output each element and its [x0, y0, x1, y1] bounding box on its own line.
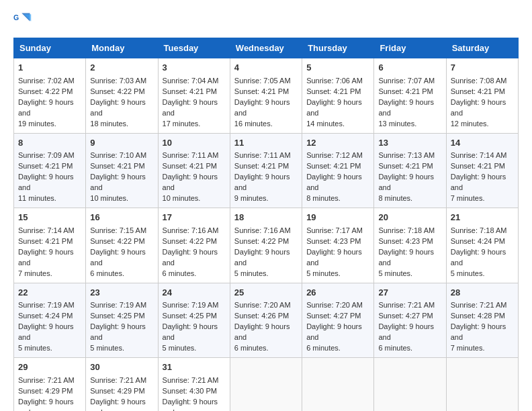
sunrise-label: Sunrise: 7:17 AM	[306, 226, 363, 234]
logo-icon: G	[13, 11, 32, 30]
sunrise-label: Sunrise: 7:20 AM	[306, 301, 363, 309]
day-number: 10	[163, 137, 226, 150]
sunrise-label: Sunrise: 7:13 AM	[378, 151, 435, 159]
daylight-label: Daylight: 9 hours and18 minutes.	[90, 98, 146, 128]
sunrise-label: Sunrise: 7:19 AM	[18, 301, 75, 309]
calendar-cell: 8 Sunrise: 7:09 AM Sunset: 4:21 PM Dayli…	[14, 133, 86, 208]
calendar-cell: 2 Sunrise: 7:03 AM Sunset: 4:22 PM Dayli…	[86, 58, 158, 134]
day-number: 11	[234, 137, 298, 150]
day-number: 28	[451, 287, 514, 300]
calendar-cell: 9 Sunrise: 7:10 AM Sunset: 4:21 PM Dayli…	[86, 133, 158, 208]
sunrise-label: Sunrise: 7:16 AM	[234, 226, 291, 234]
sunset-label: Sunset: 4:25 PM	[163, 312, 217, 320]
sunrise-label: Sunrise: 7:21 AM	[451, 301, 507, 309]
sunrise-label: Sunrise: 7:19 AM	[90, 301, 146, 309]
sunset-label: Sunset: 4:22 PM	[90, 87, 144, 95]
sunrise-label: Sunrise: 7:14 AM	[451, 151, 507, 159]
sunset-label: Sunset: 4:22 PM	[90, 237, 144, 245]
daylight-label: Daylight: 9 hours and5 minutes.	[378, 248, 434, 277]
calendar-cell: 6 Sunrise: 7:07 AM Sunset: 4:21 PM Dayli…	[374, 58, 446, 134]
sunset-label: Sunset: 4:21 PM	[90, 162, 144, 170]
sunrise-label: Sunrise: 7:10 AM	[90, 151, 146, 159]
daylight-label: Daylight: 9 hours and7 minutes.	[18, 398, 74, 411]
daylight-label: Daylight: 9 hours and9 minutes.	[234, 173, 290, 202]
daylight-label: Daylight: 9 hours and8 minutes.	[378, 173, 434, 202]
calendar-cell: 13 Sunrise: 7:13 AM Sunset: 4:21 PM Dayl…	[374, 133, 446, 208]
calendar-cell: 1 Sunrise: 7:02 AM Sunset: 4:22 PM Dayli…	[14, 58, 86, 134]
calendar-cell: 3 Sunrise: 7:04 AM Sunset: 4:21 PM Dayli…	[158, 58, 230, 134]
daylight-label: Daylight: 9 hours and5 minutes.	[90, 322, 146, 352]
calendar-cell: 29 Sunrise: 7:21 AM Sunset: 4:29 PM Dayl…	[14, 358, 86, 411]
calendar-cell: 27 Sunrise: 7:21 AM Sunset: 4:27 PM Dayl…	[374, 283, 446, 358]
daylight-label: Daylight: 9 hours and7 minutes.	[18, 248, 74, 277]
calendar-cell: 26 Sunrise: 7:20 AM Sunset: 4:27 PM Dayl…	[302, 283, 374, 358]
day-number: 25	[234, 287, 298, 300]
day-number: 4	[234, 62, 298, 75]
calendar-cell: 14 Sunrise: 7:14 AM Sunset: 4:21 PM Dayl…	[446, 133, 518, 208]
sunrise-label: Sunrise: 7:14 AM	[18, 226, 75, 234]
daylight-label: Daylight: 9 hours and10 minutes.	[163, 173, 218, 202]
calendar-week-row: 15 Sunrise: 7:14 AM Sunset: 4:21 PM Dayl…	[14, 208, 519, 283]
sunset-label: Sunset: 4:21 PM	[378, 87, 433, 95]
daylight-label: Daylight: 9 hours and14 minutes.	[306, 98, 362, 128]
calendar-cell: 11 Sunrise: 7:11 AM Sunset: 4:21 PM Dayl…	[230, 133, 302, 208]
day-number: 12	[306, 137, 369, 150]
calendar-cell: 5 Sunrise: 7:06 AM Sunset: 4:21 PM Dayli…	[302, 58, 374, 134]
daylight-label: Daylight: 9 hours and5 minutes.	[18, 322, 74, 352]
day-number: 3	[163, 62, 226, 75]
daylight-label: Daylight: 9 hours and19 minutes.	[18, 98, 74, 128]
day-of-week-header: Saturday	[446, 38, 518, 58]
daylight-label: Daylight: 9 hours and7 minutes.	[451, 173, 506, 202]
day-number: 7	[451, 62, 514, 75]
day-number: 22	[18, 287, 81, 300]
sunset-label: Sunset: 4:28 PM	[451, 312, 505, 320]
daylight-label: Daylight: 9 hours and17 minutes.	[163, 98, 218, 128]
calendar-cell: 21 Sunrise: 7:18 AM Sunset: 4:24 PM Dayl…	[446, 208, 518, 283]
sunrise-label: Sunrise: 7:16 AM	[163, 226, 219, 234]
sunrise-label: Sunrise: 7:21 AM	[18, 376, 75, 384]
day-of-week-header: Monday	[86, 38, 158, 58]
sunset-label: Sunset: 4:25 PM	[90, 312, 144, 320]
sunset-label: Sunset: 4:29 PM	[90, 387, 144, 395]
calendar-cell: 23 Sunrise: 7:19 AM Sunset: 4:25 PM Dayl…	[86, 283, 158, 358]
sunrise-label: Sunrise: 7:03 AM	[90, 77, 146, 85]
day-number: 6	[378, 62, 441, 75]
daylight-label: Daylight: 9 hours and6 minutes.	[378, 322, 434, 352]
day-number: 26	[306, 287, 369, 300]
calendar-cell: 24 Sunrise: 7:19 AM Sunset: 4:25 PM Dayl…	[158, 283, 230, 358]
sunrise-label: Sunrise: 7:09 AM	[18, 151, 75, 159]
sunset-label: Sunset: 4:27 PM	[378, 312, 433, 320]
daylight-label: Daylight: 9 hours and8 minutes.	[306, 173, 362, 202]
calendar-cell: 18 Sunrise: 7:16 AM Sunset: 4:22 PM Dayl…	[230, 208, 302, 283]
day-number: 15	[18, 212, 81, 224]
day-number: 29	[18, 361, 81, 374]
daylight-label: Daylight: 9 hours and10 minutes.	[90, 173, 146, 202]
sunset-label: Sunset: 4:21 PM	[234, 87, 289, 95]
daylight-label: Daylight: 9 hours and5 minutes.	[163, 322, 218, 352]
calendar-cell: 30 Sunrise: 7:21 AM Sunset: 4:29 PM Dayl…	[86, 358, 158, 411]
sunset-label: Sunset: 4:26 PM	[234, 312, 289, 320]
calendar-table: SundayMondayTuesdayWednesdayThursdayFrid…	[13, 38, 519, 411]
sunrise-label: Sunrise: 7:21 AM	[378, 301, 435, 309]
calendar-header-row: SundayMondayTuesdayWednesdayThursdayFrid…	[14, 38, 519, 58]
sunset-label: Sunset: 4:21 PM	[18, 162, 73, 170]
sunset-label: Sunset: 4:21 PM	[306, 162, 361, 170]
calendar-cell: 28 Sunrise: 7:21 AM Sunset: 4:28 PM Dayl…	[446, 283, 518, 358]
page-header: G	[13, 11, 519, 30]
daylight-label: Daylight: 9 hours and7 minutes.	[451, 322, 506, 352]
day-number: 24	[163, 287, 226, 300]
day-number: 13	[378, 137, 441, 150]
calendar-cell: 25 Sunrise: 7:20 AM Sunset: 4:26 PM Dayl…	[230, 283, 302, 358]
sunset-label: Sunset: 4:30 PM	[163, 387, 217, 395]
sunset-label: Sunset: 4:21 PM	[234, 162, 289, 170]
calendar-week-row: 29 Sunrise: 7:21 AM Sunset: 4:29 PM Dayl…	[14, 358, 519, 411]
calendar-cell: 10 Sunrise: 7:11 AM Sunset: 4:21 PM Dayl…	[158, 133, 230, 208]
calendar-week-row: 1 Sunrise: 7:02 AM Sunset: 4:22 PM Dayli…	[14, 58, 519, 134]
sunset-label: Sunset: 4:21 PM	[163, 87, 217, 95]
day-number: 14	[451, 137, 514, 150]
daylight-label: Daylight: 9 hours and5 minutes.	[306, 248, 362, 277]
day-number: 16	[90, 212, 153, 224]
daylight-label: Daylight: 9 hours and8 minutes.	[163, 398, 218, 411]
day-of-week-header: Friday	[374, 38, 446, 58]
daylight-label: Daylight: 9 hours and5 minutes.	[234, 248, 290, 277]
